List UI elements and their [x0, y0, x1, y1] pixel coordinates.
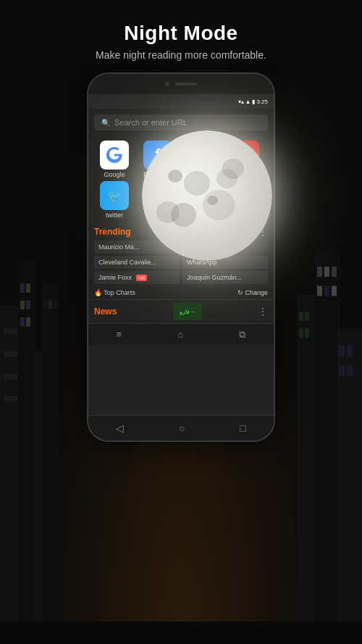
- svg-rect-31: [347, 346, 353, 357]
- svg-rect-1: [4, 328, 18, 334]
- battery-icon: ▮: [252, 99, 255, 105]
- trending-row-3: Jamie Foxx hot Joaquín Guzmán...: [94, 271, 268, 284]
- news-more-icon[interactable]: ⋮: [258, 306, 268, 317]
- svg-rect-8: [20, 300, 25, 309]
- svg-rect-23: [317, 267, 322, 277]
- page-subtitle: Make night reading more comfortable.: [0, 49, 362, 61]
- svg-rect-26: [317, 285, 322, 296]
- signal-icon: ▾▴: [238, 99, 244, 105]
- google-label: Google: [104, 171, 125, 178]
- phone-top: [88, 74, 274, 94]
- search-placeholder: Search or enter URL: [114, 118, 188, 127]
- trending-item-cavaliers[interactable]: Cleveland Cavalie...: [94, 256, 180, 269]
- svg-rect-30: [339, 346, 345, 357]
- twitter-icon: 🐦: [100, 181, 129, 210]
- menu-icon[interactable]: ≡: [117, 329, 122, 340]
- back-button[interactable]: ◁: [116, 422, 124, 434]
- home-tab-icon[interactable]: ⌂: [177, 329, 183, 340]
- recent-button[interactable]: □: [240, 422, 246, 434]
- top-charts-link[interactable]: 🔥 Top Charts: [94, 289, 135, 296]
- svg-rect-9: [26, 300, 30, 309]
- svg-rect-3: [4, 374, 18, 380]
- speaker-bar: [175, 83, 197, 85]
- change-button[interactable]: ↻ Change: [237, 289, 268, 296]
- search-bar[interactable]: 🔍 Search or enter URL: [94, 114, 268, 130]
- trending-title: Trending: [94, 227, 131, 237]
- svg-rect-19: [305, 311, 309, 320]
- home-button[interactable]: ○: [179, 422, 185, 434]
- svg-rect-21: [305, 328, 309, 337]
- svg-rect-20: [299, 328, 303, 337]
- header: Night Mode Make night reading more comfo…: [0, 22, 362, 61]
- status-icons: ▾▴ ▲ ▮ 3:25: [238, 99, 269, 105]
- svg-rect-13: [42, 283, 58, 644]
- time-display: 3:25: [256, 99, 268, 105]
- trending-item-jamie[interactable]: Jamie Foxx hot: [94, 271, 180, 284]
- svg-rect-4: [4, 396, 18, 402]
- camera-dot: [165, 82, 169, 86]
- svg-rect-24: [324, 267, 329, 277]
- twitter-label: twitter: [106, 212, 123, 219]
- news-title: News: [94, 306, 117, 317]
- svg-rect-14: [43, 300, 47, 308]
- svg-rect-33: [347, 364, 353, 376]
- svg-rect-27: [324, 285, 329, 296]
- news-section-header: News فارو→ ⋮: [88, 299, 274, 323]
- status-bar: ▾▴ ▲ ▮ 3:25: [88, 94, 274, 109]
- page-title: Night Mode: [0, 22, 362, 45]
- search-icon: 🔍: [101, 119, 110, 127]
- news-source-icon: فارو→: [173, 303, 202, 320]
- svg-rect-28: [332, 285, 337, 296]
- hot-badge: hot: [136, 275, 148, 281]
- svg-rect-15: [49, 300, 52, 308]
- svg-rect-11: [26, 317, 30, 326]
- google-icon: [100, 141, 129, 170]
- app-twitter[interactable]: 🐦 twitter: [94, 181, 135, 219]
- svg-rect-18: [299, 311, 303, 320]
- svg-rect-34: [0, 622, 362, 644]
- svg-rect-2: [4, 351, 18, 357]
- svg-rect-32: [339, 364, 345, 376]
- svg-rect-22: [315, 249, 340, 644]
- trending-footer: 🔥 Top Charts ↻ Change: [88, 286, 274, 299]
- svg-rect-6: [20, 283, 25, 292]
- svg-rect-16: [54, 300, 57, 308]
- svg-rect-25: [332, 267, 337, 277]
- app-google[interactable]: Google: [94, 141, 135, 178]
- trending-row-2: Cleveland Cavalie... WhatsApp: [94, 256, 268, 269]
- svg-rect-7: [26, 283, 30, 292]
- phone-frame: ▾▴ ▲ ▮ 3:25 🔍 Search or enter URL: [87, 72, 275, 442]
- browser-tab-bar: ≡ ⌂ ⧉: [88, 323, 274, 345]
- svg-rect-10: [20, 317, 25, 326]
- android-nav-bar: ◁ ○ □: [88, 415, 274, 440]
- wifi-icon: ▲: [245, 99, 251, 105]
- moon-image: [142, 130, 272, 261]
- tabs-icon[interactable]: ⧉: [239, 329, 245, 340]
- trending-item-joaquin[interactable]: Joaquín Guzmán...: [182, 271, 268, 284]
